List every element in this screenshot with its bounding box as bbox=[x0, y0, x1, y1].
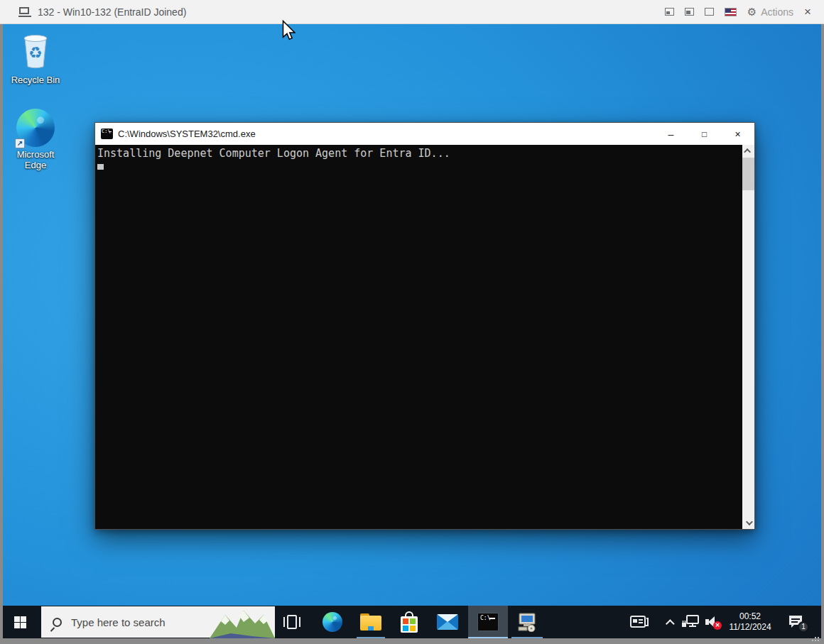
cmd-titlebar[interactable]: C:\ C:\Windows\SYSTEM32\cmd.exe – □ × bbox=[95, 123, 754, 145]
gear-icon: ⚙ bbox=[747, 6, 757, 18]
ethernet-network-icon bbox=[681, 615, 700, 629]
notification-count-badge: 1 bbox=[798, 621, 809, 633]
vm-console-title: 132 - Win10-132 (EntraID Joined) bbox=[38, 6, 186, 18]
microsoft-store-icon bbox=[401, 611, 418, 633]
search-highlight-image[interactable] bbox=[210, 606, 275, 638]
scrollbar-thumb[interactable] bbox=[742, 158, 754, 190]
taskbar-icon-file-explorer[interactable] bbox=[355, 606, 386, 638]
edge-icon: ↗ bbox=[16, 109, 55, 147]
desktop[interactable]: ♻ Recycle Bin ↗ Microsoft Edge C:\ C:\Wi… bbox=[3, 24, 821, 606]
desktop-icon-recycle-bin[interactable]: ♻ Recycle Bin bbox=[9, 31, 63, 85]
vm-close-icon[interactable]: × bbox=[804, 6, 811, 18]
taskbar-search[interactable] bbox=[41, 606, 275, 638]
taskbar: C:\ bbox=[3, 606, 821, 638]
taskbar-icon-installer[interactable] bbox=[510, 606, 544, 638]
actions-label: Actions bbox=[761, 6, 793, 18]
console-layout-3-icon[interactable] bbox=[705, 8, 714, 16]
volume-button[interactable]: ✕ bbox=[701, 606, 724, 638]
clock-date: 11/12/2024 bbox=[729, 622, 771, 633]
clock-time: 00:52 bbox=[739, 611, 761, 622]
taskbar-icon-edge[interactable] bbox=[317, 606, 348, 638]
cmd-app-icon: C:\ bbox=[101, 129, 113, 139]
vm-console-titlebar: 132 - Win10-132 (EntraID Joined) ⚙ Actio… bbox=[0, 0, 824, 24]
console-cursor bbox=[97, 164, 104, 170]
mail-icon bbox=[437, 614, 458, 630]
file-explorer-icon bbox=[360, 613, 381, 631]
taskbar-resize-grip bbox=[818, 634, 819, 635]
scroll-up-icon[interactable] bbox=[742, 145, 754, 157]
maximize-button[interactable]: □ bbox=[688, 123, 721, 145]
edge-label: Microsoft Edge bbox=[9, 149, 63, 170]
clock[interactable]: 00:52 11/12/2024 bbox=[722, 606, 779, 638]
desktop-icon-microsoft-edge[interactable]: ↗ Microsoft Edge bbox=[9, 109, 63, 170]
action-center-button[interactable]: 1 bbox=[781, 606, 810, 638]
actions-menu-button[interactable]: ⚙ Actions bbox=[747, 6, 793, 18]
task-view-icon bbox=[283, 615, 300, 629]
search-icon bbox=[53, 618, 62, 627]
task-view-button[interactable] bbox=[276, 606, 308, 638]
windows-logo-icon bbox=[14, 616, 26, 628]
shortcut-arrow-icon: ↗ bbox=[15, 138, 25, 148]
installer-icon bbox=[516, 612, 538, 632]
keyboard-locale-flag-icon[interactable] bbox=[725, 8, 737, 16]
console-scrollbar[interactable] bbox=[742, 145, 754, 529]
news-icon bbox=[629, 614, 649, 630]
open-indicator-installer bbox=[511, 637, 543, 638]
cmd-window-title: C:\Windows\SYSTEM32\cmd.exe bbox=[118, 129, 256, 139]
minimize-button[interactable]: – bbox=[654, 123, 688, 145]
close-button[interactable]: × bbox=[721, 123, 754, 145]
console-layout-1-icon[interactable] bbox=[665, 8, 674, 16]
svg-text:♻: ♻ bbox=[28, 44, 43, 62]
recycle-bin-icon: ♻ bbox=[18, 31, 53, 70]
taskbar-icon-cmd-active[interactable]: C:\ bbox=[468, 606, 508, 638]
console-output-line: Installing Deepnet Computer Logon Agent … bbox=[97, 147, 450, 160]
speaker-muted-icon: ✕ bbox=[705, 615, 720, 629]
recycle-bin-label: Recycle Bin bbox=[9, 75, 63, 85]
vm-title-group: 132 - Win10-132 (EntraID Joined) bbox=[18, 6, 186, 18]
taskbar-icon-mail[interactable] bbox=[432, 606, 463, 638]
start-button[interactable] bbox=[3, 606, 37, 638]
network-status-button[interactable] bbox=[678, 606, 703, 638]
edge-icon bbox=[322, 612, 342, 632]
open-indicator-file-explorer bbox=[357, 637, 385, 638]
news-and-interests-button[interactable] bbox=[624, 606, 655, 638]
mute-badge: ✕ bbox=[713, 621, 722, 630]
console-layout-2-icon[interactable] bbox=[685, 8, 694, 16]
scroll-down-icon[interactable] bbox=[742, 517, 754, 529]
search-input[interactable] bbox=[71, 616, 192, 628]
console-output[interactable]: Installing Deepnet Computer Logon Agent … bbox=[95, 145, 754, 529]
cmd-window: C:\ C:\Windows\SYSTEM32\cmd.exe – □ × In… bbox=[94, 122, 755, 530]
open-indicator-cmd bbox=[468, 637, 508, 638]
chevron-up-icon bbox=[666, 619, 675, 628]
taskbar-icon-store[interactable] bbox=[394, 606, 425, 638]
cmd-icon: C:\ bbox=[477, 613, 499, 631]
vm-monitor-icon bbox=[18, 7, 31, 17]
